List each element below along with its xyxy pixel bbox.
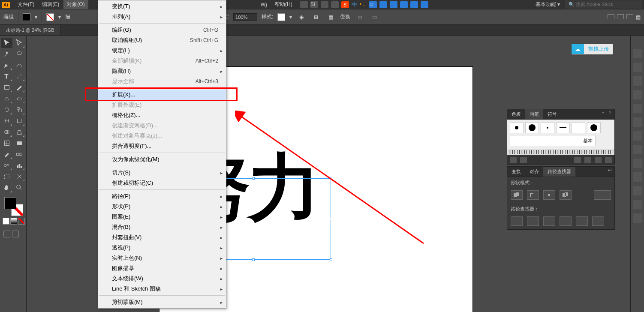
- minus-front-button[interactable]: [527, 190, 539, 200]
- outline-button[interactable]: [576, 216, 588, 226]
- menu-window[interactable]: W): [257, 1, 271, 9]
- expand-button[interactable]: [594, 190, 611, 200]
- menu-item[interactable]: 文本绕排(W): [98, 273, 226, 284]
- panel-menu-icon[interactable]: ▸≡: [608, 168, 613, 173]
- shirt-icon[interactable]: [410, 1, 418, 8]
- color-icon[interactable]: [633, 63, 642, 72]
- mask-icon[interactable]: ▭: [369, 13, 379, 21]
- menu-item[interactable]: 路径(P): [98, 191, 226, 201]
- menu-item[interactable]: 栅格化(Z)...: [98, 110, 226, 120]
- graph-tool[interactable]: [13, 160, 25, 171]
- menu-item[interactable]: 锁定(L): [98, 45, 226, 56]
- brush-lib-icon[interactable]: [520, 157, 527, 163]
- menu-item[interactable]: 图案(E): [98, 212, 226, 222]
- menu-edit[interactable]: 编辑(E): [39, 0, 63, 9]
- magic-wand-tool[interactable]: [1, 49, 12, 59]
- selection-tool[interactable]: [1, 38, 12, 48]
- draw-normal[interactable]: [3, 231, 10, 237]
- transform-label[interactable]: 变换: [340, 13, 350, 21]
- type-tool[interactable]: T: [1, 71, 12, 81]
- appearance-icon[interactable]: [633, 131, 642, 141]
- panel-close-icon[interactable]: ×: [608, 110, 613, 115]
- gradient-panel-icon[interactable]: [633, 104, 642, 113]
- mic-icon[interactable]: [379, 1, 387, 8]
- new-brush-icon[interactable]: [595, 157, 602, 163]
- eyedropper-tool[interactable]: [1, 149, 12, 159]
- menu-item[interactable]: 排列(A): [98, 12, 226, 22]
- crop-button[interactable]: [560, 216, 572, 226]
- panel-menu-icon[interactable]: ▤: [636, 14, 641, 20]
- rotate-tool[interactable]: [1, 105, 12, 115]
- mesh-tool[interactable]: [1, 138, 12, 148]
- symbol-sprayer-tool[interactable]: [1, 160, 12, 171]
- remove-stroke-icon[interactable]: [574, 157, 581, 163]
- opacity-input[interactable]: [233, 13, 257, 21]
- brush-item[interactable]: [572, 122, 585, 133]
- direct-selection-tool[interactable]: [13, 38, 25, 48]
- divide-button[interactable]: [511, 216, 523, 226]
- brush-options-icon[interactable]: [584, 157, 591, 163]
- blend-tool[interactable]: [13, 149, 25, 159]
- fill-color[interactable]: [4, 197, 16, 209]
- align-icon[interactable]: ⊞: [311, 13, 321, 21]
- pathfinder-tab[interactable]: 路径查找器: [543, 167, 575, 177]
- symbols-tab[interactable]: 符号: [543, 109, 561, 119]
- column-icon[interactable]: [321, 1, 328, 8]
- menu-item[interactable]: Line 和 Sketch 图稿: [98, 284, 226, 294]
- menu-item[interactable]: 变换(T): [98, 1, 226, 12]
- menu-item[interactable]: 图像描摹: [98, 263, 226, 273]
- intersect-button[interactable]: [543, 190, 555, 200]
- recolor-icon[interactable]: ◉: [296, 13, 307, 21]
- upload-button[interactable]: ☁ 拖拽上传: [572, 44, 613, 54]
- menu-item[interactable]: 隐藏(H): [98, 66, 226, 76]
- ime-language[interactable]: 中: [352, 1, 357, 9]
- sogou-ime-icon[interactable]: S: [341, 1, 349, 8]
- menu-file[interactable]: 文件(F): [14, 0, 38, 9]
- layout-icon[interactable]: [300, 1, 308, 8]
- brush-item[interactable]: [541, 122, 554, 133]
- rectangle-tool[interactable]: [1, 82, 12, 93]
- perspective-tool[interactable]: [13, 127, 25, 137]
- emoji-icon[interactable]: ☺: [369, 1, 377, 8]
- menu-item[interactable]: 混合(B): [98, 222, 226, 232]
- brush-item[interactable]: [510, 122, 524, 133]
- view-3-icon[interactable]: [626, 14, 633, 19]
- delete-brush-icon[interactable]: [605, 157, 612, 163]
- brush-item[interactable]: [587, 122, 601, 133]
- align-tab[interactable]: 对齐: [525, 167, 543, 177]
- brush-item[interactable]: [556, 122, 570, 133]
- fill-swatch[interactable]: [23, 13, 30, 21]
- view-2-icon[interactable]: [617, 14, 624, 19]
- menu-item[interactable]: 拼合透明度(F)...: [98, 141, 226, 151]
- style-swatch[interactable]: [277, 13, 285, 21]
- width-tool[interactable]: [1, 116, 12, 126]
- color-guide-icon[interactable]: [633, 76, 642, 86]
- menu-item[interactable]: 设为像素级优化(M): [98, 154, 226, 165]
- panel-collapse-icon[interactable]: «: [601, 110, 606, 115]
- document-tab[interactable]: 未标题-1 @ 24% (RGB: [0, 25, 61, 35]
- stroke-panel-icon[interactable]: [633, 90, 642, 99]
- menu-item[interactable]: 封套扭曲(V): [98, 232, 226, 243]
- arrange-icon[interactable]: [331, 1, 339, 8]
- graphic-styles-icon[interactable]: [633, 145, 642, 154]
- merge-button[interactable]: [543, 216, 555, 226]
- menu-item[interactable]: 透视(P): [98, 243, 226, 253]
- menu-item[interactable]: 实时上色(N): [98, 253, 226, 263]
- brushes-tab[interactable]: 画笔: [525, 109, 543, 119]
- workspace-selector[interactable]: 基本功能 ▾: [536, 1, 560, 8]
- draw-behind[interactable]: [12, 231, 19, 237]
- user-icon[interactable]: [400, 1, 408, 8]
- hand-tool[interactable]: [1, 183, 12, 193]
- curvature-tool[interactable]: [13, 60, 25, 70]
- free-transform-tool[interactable]: [13, 116, 25, 126]
- swatches-tab[interactable]: 色板: [507, 109, 525, 119]
- pixel-icon[interactable]: ▦: [325, 13, 336, 21]
- pen-tool[interactable]: [1, 60, 12, 70]
- brush-item[interactable]: [525, 122, 539, 133]
- menu-item[interactable]: 形状(P): [98, 201, 226, 212]
- layers-icon[interactable]: [633, 159, 642, 168]
- slice-tool[interactable]: [13, 171, 25, 182]
- brush-basic[interactable]: 基本: [510, 135, 596, 146]
- gradient-tool[interactable]: [13, 138, 25, 148]
- gradient-mode[interactable]: [10, 218, 17, 225]
